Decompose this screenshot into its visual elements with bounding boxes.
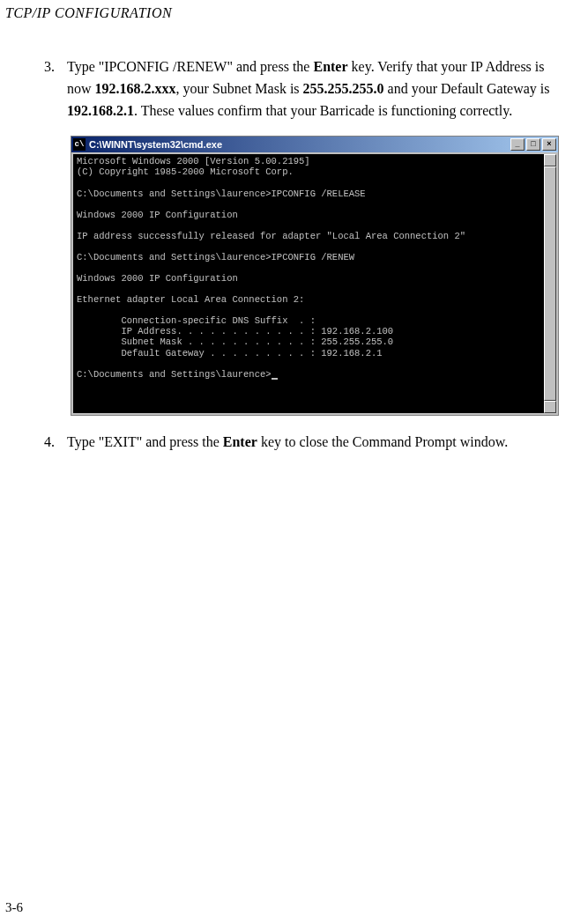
page-header: TCP/IP CONFIGURATION bbox=[0, 0, 573, 21]
step3-b1: Enter bbox=[313, 59, 347, 74]
step4-t2: key to close the Command Prompt window. bbox=[257, 434, 508, 449]
scroll-up-icon[interactable]: ▲ bbox=[544, 154, 556, 166]
step3-b4: 192.168.2.1 bbox=[67, 103, 134, 118]
terminal-text: Microsoft Windows 2000 [Version 5.00.219… bbox=[77, 156, 465, 379]
scroll-down-icon[interactable]: ▼ bbox=[544, 401, 556, 413]
titlebar: c\ C:\WINNT\system32\cmd.exe _ □ × bbox=[71, 137, 558, 152]
step4-t1: Type "EXIT" and press the bbox=[67, 434, 223, 449]
header-text: TCP/IP CONFIGURATION bbox=[5, 5, 172, 20]
step-3-text: Type "IPCONFIG /RENEW" and press the Ent… bbox=[67, 56, 564, 122]
step-3-number: 3. bbox=[44, 56, 67, 122]
scrollbar-thumb[interactable] bbox=[544, 166, 556, 401]
step-3: 3. Type "IPCONFIG /RENEW" and press the … bbox=[44, 56, 564, 122]
page-number: 3-6 bbox=[5, 900, 23, 915]
step3-b3: 255.255.255.0 bbox=[303, 81, 384, 96]
step4-b1: Enter bbox=[223, 434, 257, 449]
minimize-button[interactable]: _ bbox=[510, 138, 525, 151]
cmd-window: c\ C:\WINNT\system32\cmd.exe _ □ × Micro… bbox=[71, 136, 559, 416]
cursor-icon bbox=[272, 369, 278, 380]
cmd-icon: c\ bbox=[73, 138, 86, 151]
step-4: 4. Type "EXIT" and press the Enter key t… bbox=[44, 432, 564, 454]
step3-t4: and your Default Gateway is bbox=[384, 81, 550, 96]
step-4-number: 4. bbox=[44, 432, 67, 454]
step3-t5: . These values confirm that your Barrica… bbox=[134, 103, 512, 118]
command-prompt-screenshot: c\ C:\WINNT\system32\cmd.exe _ □ × Micro… bbox=[71, 136, 559, 416]
step3-b2: 192.168.2.xxx bbox=[95, 81, 176, 96]
window-buttons: _ □ × bbox=[510, 138, 556, 151]
maximize-button[interactable]: □ bbox=[526, 138, 540, 151]
content-area: 3. Type "IPCONFIG /RENEW" and press the … bbox=[0, 21, 573, 454]
terminal-scrollbar[interactable]: ▲ ▼ bbox=[544, 154, 556, 413]
step3-t3: , your Subnet Mask is bbox=[176, 81, 303, 96]
terminal-output: Microsoft Windows 2000 [Version 5.00.219… bbox=[73, 154, 556, 413]
step3-t1: Type "IPCONFIG /RENEW" and press the bbox=[67, 59, 313, 74]
step-4-text: Type "EXIT" and press the Enter key to c… bbox=[67, 432, 564, 454]
window-title: C:\WINNT\system32\cmd.exe bbox=[89, 139, 510, 150]
close-button[interactable]: × bbox=[542, 138, 556, 151]
